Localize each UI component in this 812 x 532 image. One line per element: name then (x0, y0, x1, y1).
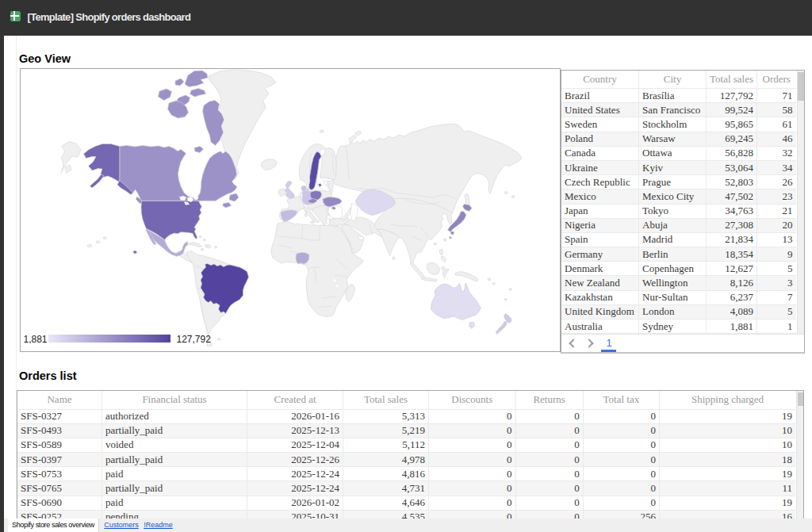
country-table-row[interactable]: Czech RepublicPrague52,80326 (561, 175, 796, 189)
country-table-row[interactable]: CanadaOttawa56,82832 (561, 146, 796, 160)
country-table-row[interactable]: New ZealandWellington8,1263 (561, 276, 796, 290)
map-region-jp[interactable] (462, 204, 472, 211)
map-region-es[interactable] (281, 210, 297, 222)
map-region-us[interactable] (132, 251, 137, 254)
cell-created_at: 2025-12-24 (247, 467, 343, 481)
cell-created_at: 2026-01-02 (247, 496, 343, 510)
sheet-tab-link-customers[interactable]: Customers (104, 519, 139, 532)
cell-financial_status: voided (102, 438, 247, 452)
cell-total_sales: 4,978 (343, 453, 429, 467)
country-table-row[interactable]: NigeriaAbuja27,30820 (561, 218, 796, 232)
cell-orders: 71 (757, 89, 796, 103)
country-table-row[interactable]: DenmarkCopenhagen12,6275 (561, 262, 796, 276)
country-table-scrollbar[interactable] (797, 71, 804, 335)
cell-returns: 0 (515, 496, 583, 510)
country-table-row[interactable]: JapanTokyo34,76321 (561, 204, 796, 218)
map-region-au[interactable] (469, 322, 474, 328)
orders-table-row[interactable]: SFS-0493partially_paid2025-12-135,219000… (17, 423, 795, 438)
cell-name: SFS-0327 (17, 409, 102, 423)
page-number-underline (601, 350, 616, 352)
country-table-row[interactable]: BrazilBrasília127,79271 (561, 89, 796, 103)
cell-city: Abuja (639, 218, 707, 232)
country-table-card: CountryCityTotal salesOrders BrazilBrasí… (561, 70, 805, 354)
country-table-row[interactable]: UkraineKyiv53,06434 (561, 160, 796, 174)
scrollbar-thumb[interactable] (798, 392, 804, 406)
map-region-ca[interactable] (175, 78, 184, 86)
cell-city: Stockholm (639, 117, 707, 132)
cell-city: Nur-Sultan (639, 290, 707, 304)
cell-returns: 0 (515, 438, 583, 452)
geo-chart[interactable]: 1,881 127,792 (20, 68, 561, 352)
orders-table-row[interactable]: SFS-0327authorized2026-01-165,31300019 (17, 409, 795, 423)
cell-total_sales: 69,245 (707, 132, 757, 146)
country-table-row[interactable]: United StatesSan Francisco99,52458 (561, 103, 796, 117)
map-region-ng[interactable] (296, 252, 309, 264)
cell-financial_status: partially_paid (102, 481, 247, 496)
cell-country: Kazakhstan (561, 290, 639, 304)
cell-financial_status: partially_paid (102, 453, 247, 467)
cell-total_sales: 8,126 (707, 276, 757, 290)
country-table-row[interactable]: SpainMadrid21,83413 (561, 232, 796, 247)
cell-name: SFS-0690 (17, 496, 102, 510)
cell-total_sales: 4,646 (343, 496, 429, 510)
orders-table-row[interactable]: SFS-0753paid2025-12-244,81600019 (17, 467, 795, 481)
map-region-ca[interactable] (194, 146, 204, 152)
orders-table-row[interactable]: SFS-0690paid2026-01-024,64600019 (17, 496, 795, 510)
page-number[interactable]: 1 (603, 337, 615, 349)
cell-city: London (639, 304, 707, 319)
cell-name: SFS-0589 (17, 438, 102, 452)
country-table-row[interactable]: United KingdomLondon4,0895 (561, 304, 796, 319)
cell-orders: 32 (757, 146, 796, 160)
cell-country: United Kingdom (561, 304, 639, 319)
sheet-tab-link-readme[interactable]: !Readme (144, 519, 173, 532)
top-bar: [Template] Shopify orders dashboard (0, 0, 812, 36)
chevron-right-icon[interactable] (584, 339, 593, 347)
map-region-au[interactable] (431, 283, 481, 320)
cell-financial_status: authorized (102, 409, 247, 423)
map-landmass-shape (201, 248, 204, 251)
cell-country: Germany (561, 247, 639, 262)
map-region-gb[interactable] (285, 181, 295, 198)
cell-created_at: 2025-12-13 (247, 423, 343, 438)
map-landmass-shape (349, 135, 357, 143)
map-region-ca[interactable] (119, 145, 236, 201)
map-region-us[interactable] (90, 174, 104, 188)
country-table-row[interactable]: AustraliaSydney1,8811 (561, 320, 796, 334)
map-region-jp[interactable] (449, 236, 451, 239)
country-table-row[interactable]: PolandWarsaw69,24546 (561, 132, 796, 146)
map-region-ca[interactable] (222, 202, 231, 208)
orders-section-title: Orders list (19, 369, 77, 382)
map-region-jp[interactable] (450, 231, 454, 235)
map-landmass-shape (214, 246, 216, 247)
map-region-ca[interactable] (158, 89, 171, 101)
sheet-tab-active[interactable]: Shopify store sales overview (8, 519, 99, 532)
cell-total_sales: 6,237 (707, 290, 757, 304)
orders-table-row[interactable]: SFS-0397partially_paid2025-12-264,978000… (17, 453, 795, 467)
cell-country: Spain (561, 232, 639, 247)
map-landmass-shape (511, 195, 515, 197)
cell-total_tax: 0 (583, 423, 659, 438)
scrollbar-thumb[interactable] (798, 72, 804, 101)
map-region-dk[interactable] (301, 186, 306, 191)
country-table-row[interactable]: KazakhstanNur-Sultan6,2377 (561, 290, 796, 304)
chevron-left-icon[interactable] (569, 339, 577, 347)
world-map (21, 69, 560, 351)
map-region-dk[interactable] (306, 189, 308, 191)
map-region-ua[interactable] (323, 197, 342, 207)
map-region-ca[interactable] (190, 88, 205, 97)
cell-created_at: 2026-01-16 (247, 409, 343, 423)
orders-table-scrollbar[interactable] (796, 391, 803, 532)
country-table-row[interactable]: SwedenStockholm95,86561 (561, 117, 796, 132)
cell-orders: 3 (757, 276, 796, 290)
country-table-row[interactable]: MexicoMexico City47,50223 (561, 189, 796, 204)
map-region-nz[interactable] (496, 321, 507, 334)
orders-table-row[interactable]: SFS-0589voided2025-12-045,11200010 (17, 438, 795, 452)
spreadsheet-icon (10, 11, 21, 21)
country-table-row[interactable]: GermanyBerlin18,3549 (561, 247, 796, 262)
map-region-ca[interactable] (185, 71, 208, 87)
map-region-ca[interactable] (229, 193, 239, 201)
cell-orders: 46 (757, 132, 796, 146)
orders-table-row[interactable]: SFS-0765partially_paid2025-12-244,731000… (17, 481, 795, 496)
cell-name: SFS-0397 (17, 453, 102, 467)
cell-total_sales: 21,834 (707, 232, 757, 247)
